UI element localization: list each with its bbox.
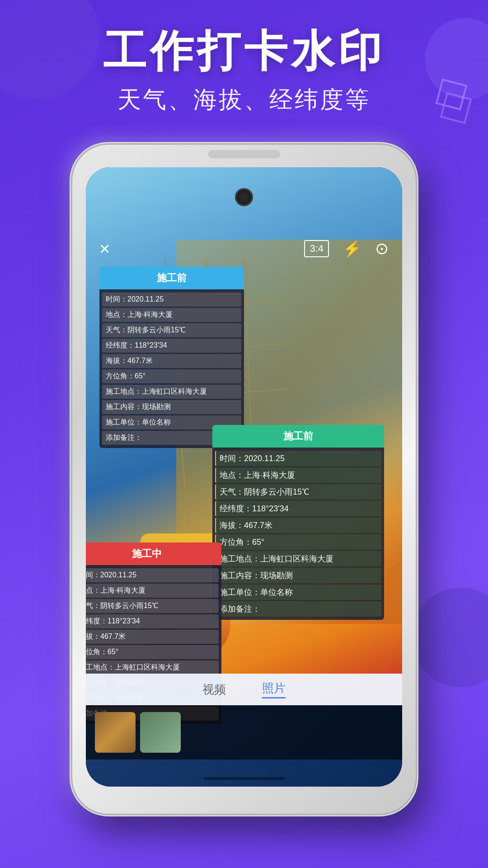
card-blue-row-0: 时间：2020.11.25 <box>102 292 241 307</box>
card-green-row-7: 施工内容：现场勘测 <box>215 568 381 583</box>
card-red-title: 施工中 <box>86 542 221 565</box>
bg-circle-bottomright <box>411 588 488 687</box>
sub-title: 天气、海拔、经纬度等 <box>0 84 488 116</box>
card-green-row-3: 经纬度：118°23'34 <box>215 501 381 516</box>
card-blue-row-4: 海拔：467.7米 <box>102 354 241 368</box>
screen-content: × 3:4 ⚡ ⊙ 施工前 时间：2020.11.25 地点：上海·科海大厦 天… <box>86 167 402 787</box>
card-red-row-3: 经纬度：118°23'34 <box>86 614 219 628</box>
camera-controls: 3:4 ⚡ ⊙ <box>304 239 389 258</box>
phone-mockup: × 3:4 ⚡ ⊙ 施工前 时间：2020.11.25 地点：上海·科海大厦 天… <box>72 145 416 814</box>
card-blue-title: 施工前 <box>99 267 244 289</box>
card-green-row-9: 添加备注： <box>215 601 381 617</box>
card-blue-row-1: 地点：上海·科海大厦 <box>102 308 241 322</box>
card-blue-row-6: 施工地点：上海虹口区科海大厦 <box>102 385 241 399</box>
close-icon[interactable]: × <box>99 239 110 259</box>
card-red-row-1: 地点：上海·科海大厦 <box>86 584 219 598</box>
card-green-row-2: 天气：阴转多云小雨15℃ <box>215 484 381 500</box>
card-blue-row-5: 方位角：65° <box>102 369 241 383</box>
home-indicator <box>203 777 285 780</box>
card-red-row-5: 方位角：65° <box>86 645 219 659</box>
ratio-badge[interactable]: 3:4 <box>304 240 329 257</box>
front-camera <box>237 190 251 204</box>
tab-video[interactable]: 视频 <box>202 682 226 698</box>
watermark-card-before-blue: 施工前 时间：2020.11.25 地点：上海·科海大厦 天气：阴转多云小雨15… <box>99 267 244 448</box>
main-title: 工作打卡水印 <box>0 27 488 75</box>
filmstrip <box>86 705 402 760</box>
header-section: 工作打卡水印 天气、海拔、经纬度等 <box>0 27 488 116</box>
phone-outer-frame: × 3:4 ⚡ ⊙ 施工前 时间：2020.11.25 地点：上海·科海大厦 天… <box>72 145 416 814</box>
bottom-tabbar: 视频 照片 <box>86 674 402 705</box>
tab-photo[interactable]: 照片 <box>262 680 286 698</box>
card-red-row-4: 海拔：467.7米 <box>86 630 219 644</box>
camera-topbar: × 3:4 ⚡ ⊙ <box>86 233 402 264</box>
film-thumbnail[interactable] <box>95 712 136 753</box>
flash-icon[interactable]: ⚡ <box>343 240 361 258</box>
card-green-row-1: 地点：上海·科海大厦 <box>215 467 381 483</box>
phone-screen: × 3:4 ⚡ ⊙ 施工前 时间：2020.11.25 地点：上海·科海大厦 天… <box>86 167 402 787</box>
film-thumbnail[interactable] <box>140 712 181 753</box>
card-green-row-5: 方位角：65° <box>215 534 381 550</box>
card-blue-row-2: 天气：阴转多云小雨15℃ <box>102 323 241 337</box>
card-green-row-4: 海拔：467.7米 <box>215 518 381 533</box>
card-red-row-6: 施工地点：上海虹口区科海大厦 <box>86 660 219 675</box>
card-red-row-0: 时间：2020.11.25 <box>86 568 219 582</box>
card-blue-row-3: 经纬度：118°23'34 <box>102 339 241 353</box>
card-green-row-6: 施工地点：上海虹口区科海大厦 <box>215 551 381 566</box>
card-red-row-2: 天气：阴转多云小雨15℃ <box>86 599 219 613</box>
card-green-row-0: 时间：2020.11.25 <box>215 451 381 466</box>
card-green-row-8: 施工单位：单位名称 <box>215 585 381 600</box>
watermark-card-before-green: 施工前 时间：2020.11.25 地点：上海·科海大厦 天气：阴转多云小雨15… <box>212 425 384 620</box>
phone-speaker <box>208 150 280 158</box>
card-green-title: 施工前 <box>212 425 384 448</box>
card-blue-row-7: 施工内容：现场勘测 <box>102 400 241 414</box>
switch-camera-icon[interactable]: ⊙ <box>375 239 389 258</box>
